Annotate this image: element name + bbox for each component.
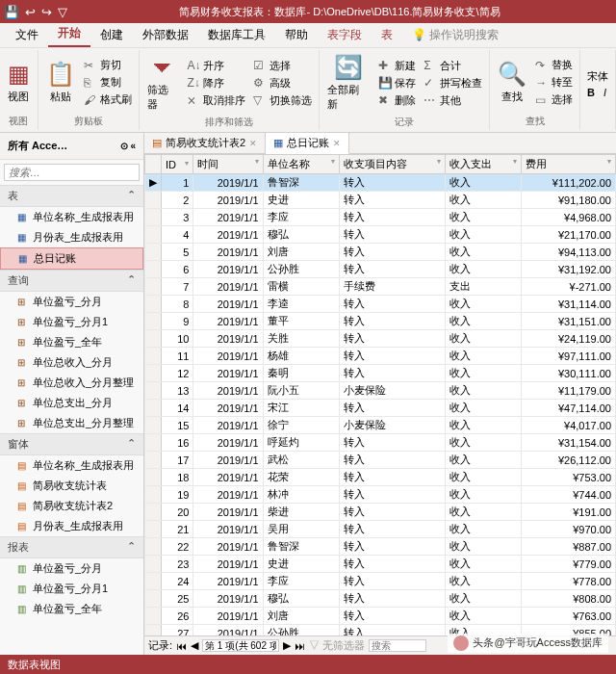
close-icon[interactable]: ✕ — [333, 139, 341, 148]
select2-button[interactable]: ▭选择 — [532, 91, 576, 108]
nav-item[interactable]: ⊞单位总收入_分月整理 — [0, 373, 143, 393]
new-button[interactable]: ✚新建 — [375, 58, 419, 74]
nav-item[interactable]: ▦总日记账 — [0, 247, 143, 270]
goto-button[interactable]: →转至 — [532, 74, 576, 91]
nav-item[interactable]: ⊞单位总支出_分月 — [0, 393, 143, 413]
other-button[interactable]: ⋯其他 — [421, 92, 485, 109]
nav-prev-icon[interactable]: ◀ — [191, 639, 198, 652]
column-header[interactable]: 单位名称▾ — [263, 155, 339, 174]
toggle-filter-button[interactable]: ▽切换筛选 — [250, 92, 315, 109]
document-tab[interactable]: ▤简易收支统计表2✕ — [144, 133, 266, 153]
nav-item[interactable]: ▤简易收支统计表 — [0, 476, 143, 496]
menu-3[interactable]: 外部数据 — [133, 23, 198, 47]
table-row[interactable]: 122019/1/1秦明转入收入¥30,111.00 — [145, 365, 616, 382]
table-row[interactable]: 252019/1/1穆弘转入收入¥808.00 — [145, 590, 616, 608]
clear-sort-button[interactable]: ⨯取消排序 — [184, 92, 248, 109]
nav-item[interactable]: ▦月份表_生成报表用 — [0, 227, 143, 247]
filter-icon[interactable]: ▽ — [58, 5, 67, 19]
datasheet-grid[interactable]: ID▾时间▾单位名称▾收支项目内容▾收入支出▾费用▾▶12019/1/1鲁智深转… — [144, 154, 616, 635]
refresh-button[interactable]: 🔄全部刷新 — [323, 52, 373, 114]
delete-button[interactable]: ✖删除 — [375, 92, 419, 109]
nav-header[interactable]: 所有 Acce…⊙ « — [0, 133, 143, 160]
table-row[interactable]: 72019/1/1雷横手续费支出¥-271.00 — [145, 278, 616, 296]
format-painter-button[interactable]: 🖌格式刷 — [81, 91, 135, 108]
table-row[interactable]: 172019/1/1武松转入收入¥26,112.00 — [145, 452, 616, 469]
nav-section[interactable]: 窗体⌃ — [0, 433, 143, 455]
save-button[interactable]: 💾保存 — [375, 75, 419, 91]
nav-item[interactable]: ▥单位盈亏_分月1 — [0, 579, 143, 599]
table-row[interactable]: 92019/1/1董平转入收入¥31,151.00 — [145, 313, 616, 330]
table-row[interactable]: 82019/1/1李逵转入收入¥31,114.00 — [145, 296, 616, 313]
record-search-input[interactable] — [369, 639, 426, 652]
menu-1[interactable]: 开始 — [48, 21, 90, 47]
table-row[interactable]: 232019/1/1史进转入收入¥779.00 — [145, 556, 616, 573]
table-row[interactable]: 102019/1/1关胜转入收入¥24,119.00 — [145, 330, 616, 348]
cut-button[interactable]: ✂剪切 — [81, 57, 135, 73]
italic-button[interactable]: I — [603, 87, 606, 98]
menu-7[interactable]: 表 — [372, 23, 402, 47]
replace-button[interactable]: ↷替换 — [532, 57, 576, 73]
nav-item[interactable]: ▤简易收支统计表2 — [0, 496, 143, 516]
table-row[interactable]: 112019/1/1杨雄转入收入¥97,111.00 — [145, 348, 616, 365]
nav-item[interactable]: ⊞单位盈亏_分月 — [0, 292, 143, 312]
nav-item[interactable]: ⊞单位盈亏_分月1 — [0, 312, 143, 332]
table-row[interactable]: 242019/1/1李应转入收入¥778.00 — [145, 573, 616, 590]
table-row[interactable]: 52019/1/1刘唐转入收入¥94,113.00 — [145, 244, 616, 261]
bold-button[interactable]: B — [587, 87, 595, 98]
table-row[interactable]: 142019/1/1宋江转入收入¥47,114.00 — [145, 400, 616, 417]
column-header[interactable]: ID▾ — [162, 155, 193, 174]
advanced-button[interactable]: ⚙高级 — [250, 75, 315, 91]
nav-item[interactable]: ▥单位盈亏_全年 — [0, 599, 143, 619]
table-row[interactable]: 22019/1/1史进转入收入¥91,180.00 — [145, 192, 616, 209]
table-row[interactable]: 182019/1/1花荣转入收入¥753.00 — [145, 469, 616, 486]
undo-icon[interactable]: ↩ — [25, 5, 36, 19]
nav-item[interactable]: ⊞单位盈亏_全年 — [0, 332, 143, 352]
menu-2[interactable]: 创建 — [90, 23, 133, 47]
nav-item[interactable]: ⊞单位总支出_分月整理 — [0, 413, 143, 433]
table-row[interactable]: 212019/1/1吴用转入收入¥970.00 — [145, 521, 616, 538]
find-button[interactable]: 🔍查找 — [494, 59, 530, 106]
column-header[interactable]: 收入支出▾ — [445, 155, 521, 174]
nav-next-icon[interactable]: ▶ — [283, 639, 291, 652]
table-row[interactable]: 152019/1/1徐宁小麦保险收入¥4,017.00 — [145, 417, 616, 434]
nav-section[interactable]: 查询⌃ — [0, 270, 143, 292]
table-row[interactable]: 162019/1/1呼延灼转入收入¥31,154.00 — [145, 434, 616, 452]
redo-icon[interactable]: ↪ — [41, 5, 52, 19]
table-row[interactable]: 262019/1/1刘唐转入收入¥763.00 — [145, 608, 616, 625]
table-row[interactable]: 62019/1/1公孙胜转入收入¥31,192.00 — [145, 261, 616, 278]
menu-5[interactable]: 帮助 — [275, 23, 318, 47]
nav-item[interactable]: ⊞单位总收入_分月 — [0, 352, 143, 373]
nav-search-input[interactable] — [4, 164, 140, 181]
nav-section[interactable]: 表⌃ — [0, 185, 143, 207]
filter-button[interactable]: ⏷筛选器 — [143, 52, 183, 114]
font-select[interactable]: 宋体 — [584, 68, 611, 85]
table-row[interactable]: ▶12019/1/1鲁智深转入收入¥111,202.00 — [145, 174, 616, 192]
column-header[interactable]: 费用▾ — [522, 155, 616, 174]
copy-button[interactable]: ⎘复制 — [81, 74, 135, 91]
sum-button[interactable]: Σ合计 — [421, 58, 485, 74]
table-row[interactable]: 32019/1/1李应转入收入¥4,968.00 — [145, 209, 616, 226]
paste-button[interactable]: 📋粘贴 — [42, 59, 79, 106]
row-header[interactable] — [145, 155, 162, 174]
menu-0[interactable]: 文件 — [6, 23, 48, 47]
spell-button[interactable]: ✓拼写检查 — [421, 75, 485, 91]
nav-item[interactable]: ▥单位盈亏_分月 — [0, 558, 143, 579]
nav-first-icon[interactable]: ⏮ — [176, 640, 187, 652]
table-row[interactable]: 132019/1/1阮小五小麦保险收入¥11,179.00 — [145, 382, 616, 400]
select-button[interactable]: ☑选择 — [250, 58, 315, 74]
sort-desc-button[interactable]: Z↓降序 — [184, 75, 248, 91]
column-header[interactable]: 时间▾ — [193, 155, 263, 174]
nav-item[interactable]: ▤月份表_生成报表用 — [0, 516, 143, 536]
menu-4[interactable]: 数据库工具 — [198, 23, 275, 47]
table-row[interactable]: 42019/1/1穆弘转入收入¥21,170.00 — [145, 226, 616, 244]
table-row[interactable]: 222019/1/1鲁智深转入收入¥887.00 — [145, 538, 616, 556]
view-button[interactable]: ▦视图 — [4, 59, 34, 106]
nav-last-icon[interactable]: ⏭ — [295, 640, 305, 652]
record-position-input[interactable] — [202, 639, 279, 652]
sort-asc-button[interactable]: A↓升序 — [184, 58, 248, 74]
nav-section[interactable]: 报表⌃ — [0, 536, 143, 558]
document-tab[interactable]: ▦总日记账✕ — [266, 133, 349, 154]
save-icon[interactable]: 💾 — [4, 5, 19, 19]
close-icon[interactable]: ✕ — [249, 139, 257, 148]
menu-6[interactable]: 表字段 — [318, 23, 372, 47]
